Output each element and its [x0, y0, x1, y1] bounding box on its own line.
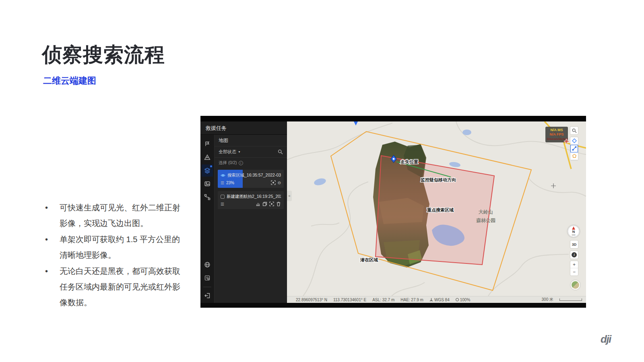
search-icon[interactable]	[278, 149, 283, 154]
menu-icon[interactable]: ☰	[221, 202, 224, 206]
label-lost-position: 走失位置	[400, 159, 418, 164]
map-canvas[interactable]: 走失位置 监控疑似移动方向 重点搜索区域 潜在区域 大岭山 森林公园	[287, 121, 586, 303]
longitude-value: 113.730134601° E	[333, 298, 366, 302]
map-status-bar: 22.896097513° N 113.730134601° E ASL: 32…	[287, 296, 586, 303]
zoom-in-button[interactable]: +	[570, 261, 578, 268]
map-search-button[interactable]	[570, 127, 578, 134]
compass[interactable]: N 000	[568, 225, 580, 237]
focus-target-icon[interactable]	[271, 180, 276, 185]
label-key-search-area: 重点搜索区域	[427, 208, 454, 212]
bullet-glyph: •	[45, 200, 60, 231]
connection-status: Disconnected	[547, 137, 566, 141]
flighthub-app-window: 救援任务	[200, 116, 586, 308]
fleet-icon[interactable]	[202, 138, 213, 150]
marker-tool-button[interactable]	[570, 137, 578, 145]
list-item: • 无论白天还是黑夜，都可高效获取任务区域内最新的可见光或红外影像数据。	[45, 263, 188, 311]
menu-icon[interactable]: ☰	[221, 181, 224, 185]
progress-value: 23%	[226, 181, 234, 185]
datum-icon	[429, 298, 433, 302]
selection-info: 选择 (0/2) i	[215, 158, 287, 168]
status-filter[interactable]: 全部状态 ▼	[215, 146, 287, 158]
svg-text:N: N	[572, 230, 575, 234]
map-style-toggle[interactable]	[571, 280, 580, 290]
datum-value: WGS 84	[429, 298, 450, 302]
route-icon[interactable]	[202, 191, 213, 203]
checkbox[interactable]	[221, 195, 225, 199]
hae-value: HAE: 27.9 m	[400, 298, 423, 302]
task-log-icon[interactable]	[202, 272, 213, 284]
mission-panel: 地图 全部状态 ▼ 选择 (0/2) i 搜索区域_16:35:57_2022-…	[214, 135, 287, 303]
map-zoom-percent: 100%	[456, 298, 471, 302]
zoom-out-button[interactable]: −	[570, 268, 578, 276]
status-filter-label: 全部状态	[219, 149, 236, 155]
polygon-tool-button[interactable]	[570, 152, 578, 160]
trash-icon[interactable]	[276, 202, 281, 206]
info-icon: i	[572, 252, 577, 257]
scale-label: 300 米	[542, 297, 553, 302]
mission-header: 救援任务	[200, 121, 287, 135]
copy-icon[interactable]	[262, 202, 267, 206]
globe-icon[interactable]	[202, 259, 213, 271]
app-top-bar	[200, 116, 586, 121]
zoom-control: + −	[570, 261, 578, 276]
list-item: • 单架次即可获取约 1.5 平方公里的清晰地理影像。	[45, 232, 188, 263]
page-subtitle: 二维云端建图	[43, 75, 96, 87]
page-title: 侦察搜索流程	[42, 41, 165, 68]
dji-logo: dji	[599, 332, 619, 348]
svg-text:dji: dji	[601, 333, 612, 345]
chevron-down-icon: ▼	[238, 150, 241, 153]
media-icon[interactable]	[202, 178, 213, 190]
bullet-text: 单架次即可获取约 1.5 平方公里的清晰地理影像。	[60, 232, 185, 263]
mission-item-mapping-flight[interactable]: 新建建图航拍2_16:19:25_2022-0... ☰	[218, 191, 284, 209]
exit-icon[interactable]	[202, 290, 213, 302]
circle-icon	[456, 298, 459, 301]
fps-value: N/A FPS	[547, 132, 566, 137]
draw-tool-group	[570, 137, 578, 160]
line-draw-tool-button[interactable]	[570, 145, 578, 152]
label-park-name: 森林公园	[476, 218, 495, 223]
sidebar-rail	[200, 135, 214, 303]
app-bottom-bar	[200, 303, 586, 308]
mission-item-search-area[interactable]: 搜索区域_16:35:57_2022-03-08+... ☰ 23% ⊖	[218, 170, 284, 188]
info-icon[interactable]: i	[239, 161, 243, 165]
label-park-name: 大岭山	[479, 209, 493, 215]
map-info-button[interactable]: i	[570, 251, 578, 259]
bullet-list: • 可快速生成可见光、红外二维正射影像，实现边飞边出图。 • 单架次即可获取约 …	[45, 200, 188, 311]
label-potential-area: 潜在区域	[360, 257, 378, 262]
list-item: • 可快速生成可见光、红外二维正射影像，实现边飞边出图。	[45, 200, 188, 231]
scale-bar	[559, 298, 582, 301]
tab-map[interactable]: 地图	[215, 135, 287, 146]
map-poi-triangle	[354, 121, 358, 125]
bullet-text: 可快速生成可见光、红外二维正射影像，实现边飞边出图。	[60, 200, 185, 231]
visibility-eye-icon[interactable]	[221, 173, 225, 178]
layers-icon[interactable]	[202, 165, 213, 177]
panel-collapse-handle[interactable]: «	[287, 191, 292, 201]
chart-icon[interactable]	[256, 202, 260, 206]
view-3d-button[interactable]: 3D	[570, 241, 578, 248]
notification-dot	[210, 165, 212, 167]
mission-item-title: 搜索区域_16:35:57_2022-03-08+...	[227, 173, 281, 178]
crosshair-icon	[551, 183, 556, 188]
rail-divider	[203, 287, 211, 287]
focus-target-icon[interactable]	[269, 202, 274, 206]
label-move-direction: 监控疑似移动方向	[421, 177, 456, 182]
mission-item-title: 新建建图航拍2_16:19:25_2022-0...	[227, 194, 281, 200]
red-cross-marker	[564, 138, 569, 146]
remove-circle-icon[interactable]: ⊖	[278, 181, 281, 185]
bullet-glyph: •	[45, 263, 60, 311]
latitude-value: 22.896097513° N	[296, 298, 327, 302]
bullet-glyph: •	[45, 232, 60, 263]
map-area[interactable]: 走失位置 监控疑似移动方向 重点搜索区域 潜在区域 大岭山 森林公园 N/A M…	[287, 121, 586, 303]
ms-value: N/A MS	[547, 128, 566, 132]
terrain-icon[interactable]	[202, 151, 213, 163]
svg-text:000: 000	[572, 234, 575, 236]
bullet-text: 无论白天还是黑夜，都可高效获取任务区域内最新的可见光或红外影像数据。	[60, 263, 185, 311]
selection-label: 选择 (0/2)	[219, 160, 237, 166]
asl-value: ASL: 32.7 m	[372, 298, 394, 302]
